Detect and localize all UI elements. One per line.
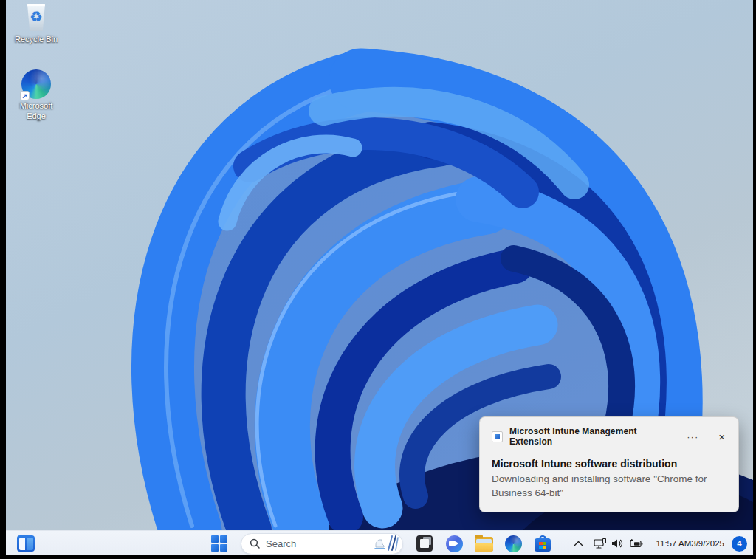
network-ethernet-icon bbox=[594, 538, 606, 549]
intune-app-icon bbox=[492, 431, 503, 442]
notification-center-badge[interactable]: 4 bbox=[732, 536, 747, 552]
toast-app-name: Microsoft Intune Management Extension bbox=[509, 426, 673, 447]
start-button[interactable] bbox=[207, 532, 232, 555]
tray-date: 3/9/2025 bbox=[691, 538, 724, 549]
widgets-icon bbox=[17, 535, 35, 552]
system-tray: 11:57 AM 3/9/2025 4 bbox=[570, 531, 750, 555]
file-explorer-button[interactable] bbox=[471, 532, 496, 555]
battery-charging-icon bbox=[628, 539, 643, 549]
taskbar: 11:57 AM 3/9/2025 4 bbox=[6, 530, 753, 555]
microsoft-store-button[interactable] bbox=[530, 532, 555, 555]
task-view-button[interactable] bbox=[412, 532, 437, 555]
desktop-icon-label: Microsoft Edge bbox=[13, 101, 59, 122]
screen-frame: ♻ Recycle Bin ↗ Microsoft Edge Microsoft… bbox=[0, 0, 756, 559]
winter-sports-skates-skis-icon[interactable] bbox=[373, 535, 399, 552]
task-view-icon bbox=[416, 535, 433, 552]
desktop: ♻ Recycle Bin ↗ Microsoft Edge Microsoft… bbox=[6, 0, 753, 555]
chat-icon bbox=[446, 535, 463, 552]
recycle-bin-icon: ♻ bbox=[21, 3, 51, 32]
clock[interactable]: 11:57 AM 3/9/2025 bbox=[650, 533, 729, 554]
taskbar-center-group bbox=[207, 532, 555, 555]
search-icon bbox=[250, 538, 260, 549]
toast-title: Microsoft Intune software distribution bbox=[492, 458, 726, 470]
desktop-icon-recycle-bin[interactable]: ♻ Recycle Bin bbox=[7, 3, 65, 45]
volume-icon bbox=[611, 538, 623, 549]
edge-icon bbox=[505, 535, 522, 552]
chevron-up-icon bbox=[574, 541, 583, 546]
toast-close-icon[interactable]: × bbox=[712, 431, 726, 443]
tray-time: 11:57 AM bbox=[656, 538, 691, 549]
windows-start-icon bbox=[211, 535, 227, 552]
desktop-icon-label: Recycle Bin bbox=[7, 35, 65, 45]
toast-body: Downloading and installing software "Chr… bbox=[492, 473, 722, 501]
edge-icon: ↗ bbox=[21, 69, 51, 99]
hidden-icons-button[interactable] bbox=[570, 533, 587, 554]
search-box[interactable] bbox=[241, 533, 403, 555]
desktop-icon-microsoft-edge[interactable]: ↗ Microsoft Edge bbox=[7, 69, 65, 122]
edge-button[interactable] bbox=[501, 532, 526, 555]
toast-more-options-icon[interactable]: ··· bbox=[679, 431, 706, 442]
search-input[interactable] bbox=[266, 538, 373, 549]
toast-notification[interactable]: Microsoft Intune Management Extension ··… bbox=[479, 416, 739, 512]
widgets-button[interactable] bbox=[13, 532, 38, 555]
microsoft-store-icon bbox=[535, 535, 551, 552]
quick-settings-button[interactable] bbox=[588, 533, 648, 554]
chat-button[interactable] bbox=[441, 532, 467, 555]
shortcut-arrow-icon: ↗ bbox=[20, 91, 30, 100]
file-explorer-icon bbox=[475, 537, 493, 552]
